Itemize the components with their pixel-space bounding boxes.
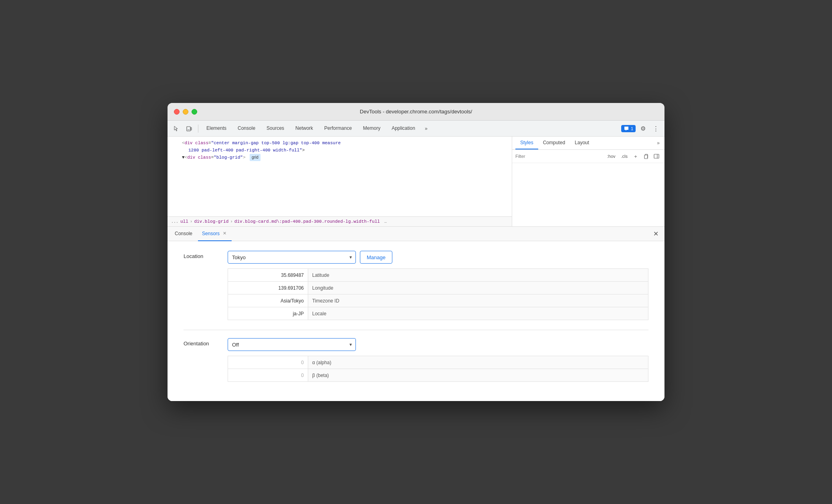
add-style-button[interactable]: + bbox=[631, 151, 640, 161]
bottom-drawer: Console Sensors ✕ ✕ Location bbox=[168, 226, 664, 401]
location-fields-table: 35.689487 Latitude 139.691706 Longitude … bbox=[228, 268, 648, 320]
tabs-overflow-button[interactable]: » bbox=[422, 123, 431, 134]
filter-input[interactable] bbox=[515, 154, 603, 159]
traffic-lights bbox=[174, 109, 197, 115]
tab-console[interactable]: Console bbox=[233, 121, 260, 137]
latitude-value: 35.689487 bbox=[228, 269, 308, 282]
alpha-label: α (alpha) bbox=[308, 356, 648, 369]
maximize-button[interactable] bbox=[192, 109, 197, 115]
orientation-fields-table: 0 α (alpha) 0 β (beta) bbox=[228, 356, 648, 382]
tab-elements[interactable]: Elements bbox=[202, 121, 231, 137]
titlebar: DevTools - developer.chrome.com/tags/dev… bbox=[168, 103, 664, 121]
manage-button[interactable]: Manage bbox=[360, 251, 392, 264]
longitude-value: 139.691706 bbox=[228, 282, 308, 294]
table-row: 0 α (alpha) bbox=[228, 356, 648, 369]
breadcrumb-item-2[interactable]: div.blog-grid bbox=[194, 219, 228, 224]
toolbar-divider-1 bbox=[198, 125, 198, 133]
breadcrumb-end-overflow[interactable]: … bbox=[382, 218, 390, 225]
elements-code-view: <div class="center margin-gap top-500 lg… bbox=[168, 137, 512, 216]
minimize-button[interactable] bbox=[183, 109, 188, 115]
svg-rect-1 bbox=[191, 127, 192, 130]
drawer-tab-sensors[interactable]: Sensors ✕ bbox=[198, 227, 232, 241]
grid-badge: grid bbox=[250, 154, 261, 161]
svg-rect-4 bbox=[654, 154, 659, 158]
table-row: 0 β (beta) bbox=[228, 369, 648, 382]
more-icon: ⋮ bbox=[653, 125, 659, 132]
drawer-close-button[interactable]: ✕ bbox=[650, 228, 661, 240]
close-icon: ✕ bbox=[653, 230, 658, 238]
elements-panel: <div class="center margin-gap top-500 lg… bbox=[168, 137, 512, 226]
locale-value: ja-JP bbox=[228, 307, 308, 320]
orientation-controls: Off bbox=[228, 338, 356, 351]
timezone-value: Asia/Tokyo bbox=[228, 294, 308, 307]
breadcrumb-overflow[interactable]: ... bbox=[171, 218, 179, 225]
code-line-2: 1280 pad-left-400 pad-right-400 width-fu… bbox=[172, 147, 507, 154]
location-select-wrapper: Tokyo bbox=[228, 251, 356, 264]
breadcrumb-item-3[interactable]: div.blog-card.md\:pad-400.pad-300.rounde… bbox=[234, 219, 380, 224]
gear-icon: ⚙ bbox=[640, 125, 646, 132]
svg-rect-3 bbox=[644, 155, 648, 159]
longitude-label: Longitude bbox=[308, 282, 648, 294]
orientation-section: Orientation Off 0 bbox=[184, 338, 648, 382]
styles-tabs: Styles Computed Layout » bbox=[512, 137, 664, 150]
locale-label: Locale bbox=[308, 307, 648, 320]
settings-button[interactable]: ⚙ bbox=[637, 123, 648, 134]
devtools-container: Elements Console Sources Network Perform… bbox=[168, 121, 664, 401]
filter-bar: :hov .cls + bbox=[512, 150, 664, 163]
breadcrumb-item-1[interactable]: ull bbox=[180, 219, 188, 224]
code-line-3: ▼<div class="blog-grid"> grid bbox=[172, 154, 507, 161]
styles-panel: Styles Computed Layout » :hov .cls bbox=[512, 137, 664, 226]
tab-performance[interactable]: Performance bbox=[319, 121, 357, 137]
location-controls: Tokyo Manage bbox=[228, 251, 392, 264]
more-options-button[interactable]: ⋮ bbox=[650, 123, 661, 134]
cls-filter-button[interactable]: .cls bbox=[619, 153, 630, 159]
tab-computed[interactable]: Computed bbox=[538, 137, 570, 149]
copy-styles-button[interactable] bbox=[641, 151, 651, 161]
drawer-tab-console[interactable]: Console bbox=[171, 227, 196, 241]
filter-actions: :hov .cls + bbox=[605, 151, 661, 161]
location-section: Location Tokyo Manage bbox=[184, 251, 648, 320]
orientation-label: Orientation bbox=[184, 338, 220, 347]
main-content-area: <div class="center margin-gap top-500 lg… bbox=[168, 137, 664, 226]
svg-rect-0 bbox=[187, 127, 190, 131]
device-toolbar-button[interactable] bbox=[184, 123, 195, 134]
styles-tabs-overflow[interactable]: » bbox=[655, 137, 661, 149]
chat-badge-button[interactable]: 1 bbox=[621, 125, 636, 132]
alpha-value: 0 bbox=[228, 356, 308, 369]
orientation-row: Orientation Off bbox=[184, 338, 648, 351]
tab-layout[interactable]: Layout bbox=[570, 137, 594, 149]
toggle-sidebar-button[interactable] bbox=[652, 151, 661, 161]
table-row: 139.691706 Longitude bbox=[228, 282, 648, 294]
beta-value: 0 bbox=[228, 369, 308, 382]
code-line-1: <div class="center margin-gap top-500 lg… bbox=[172, 140, 507, 147]
tab-application[interactable]: Application bbox=[387, 121, 420, 137]
tab-styles[interactable]: Styles bbox=[515, 137, 538, 149]
devtools-toolbar: Elements Console Sources Network Perform… bbox=[168, 121, 664, 137]
tab-memory[interactable]: Memory bbox=[358, 121, 385, 137]
drawer-tabs: Console Sensors ✕ ✕ bbox=[168, 227, 664, 241]
timezone-label: Timezone ID bbox=[308, 294, 648, 307]
hov-filter-button[interactable]: :hov bbox=[605, 153, 618, 159]
location-label: Location bbox=[184, 251, 220, 259]
location-row: Location Tokyo Manage bbox=[184, 251, 648, 264]
table-row: Asia/Tokyo Timezone ID bbox=[228, 294, 648, 307]
sensors-tab-close-button[interactable]: ✕ bbox=[221, 230, 228, 237]
orientation-select[interactable]: Off bbox=[228, 338, 356, 351]
close-button[interactable] bbox=[174, 109, 180, 115]
table-row: ja-JP Locale bbox=[228, 307, 648, 320]
cursor-icon-button[interactable] bbox=[171, 123, 182, 134]
latitude-label: Latitude bbox=[308, 269, 648, 282]
window-title: DevTools - developer.chrome.com/tags/dev… bbox=[360, 109, 472, 115]
sensors-content: Location Tokyo Manage bbox=[168, 241, 664, 401]
section-divider bbox=[184, 330, 648, 330]
breadcrumb-bar: ... ull › div.blog-grid › div.blog-card.… bbox=[168, 216, 512, 226]
tab-network[interactable]: Network bbox=[291, 121, 318, 137]
location-select[interactable]: Tokyo bbox=[228, 251, 356, 264]
orientation-select-wrapper: Off bbox=[228, 338, 356, 351]
browser-window: DevTools - developer.chrome.com/tags/dev… bbox=[168, 103, 664, 401]
table-row: 35.689487 Latitude bbox=[228, 269, 648, 282]
tab-sources[interactable]: Sources bbox=[262, 121, 289, 137]
beta-label: β (beta) bbox=[308, 369, 648, 382]
